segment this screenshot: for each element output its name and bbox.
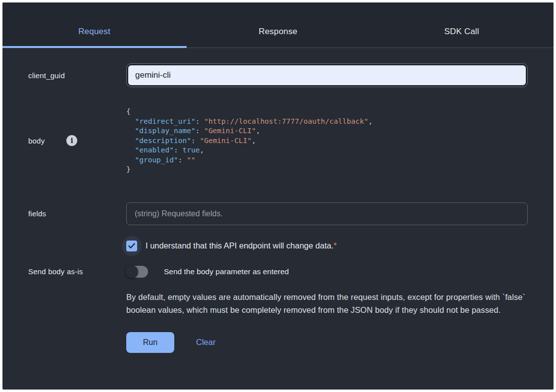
body-row: body i { "redirect_uri": "http://localho… (28, 99, 528, 183)
checkmark-icon (128, 243, 135, 249)
toggle-thumb (125, 265, 138, 278)
client-guid-input[interactable] (128, 65, 526, 85)
tab-bar: Request Response SDK Call (2, 2, 554, 48)
request-form: client_guid body i { "redirect_uri": "ht… (2, 63, 554, 353)
fields-label: fields (28, 209, 126, 218)
confirm-label: I understand that this API endpoint will… (146, 241, 334, 250)
send-body-label: Send body as-is (28, 267, 126, 276)
run-button[interactable]: Run (126, 332, 174, 353)
confirm-row: I understand that this API endpoint will… (28, 236, 528, 256)
active-tab-indicator (2, 46, 187, 48)
client-guid-focus-ring (126, 63, 528, 87)
clear-button[interactable]: Clear (196, 338, 215, 347)
client-guid-row: client_guid (28, 63, 528, 87)
tab-request[interactable]: Request (2, 15, 186, 48)
checkbox-checked-icon (126, 241, 137, 251)
page: Request Response SDK Call client_guid bo… (0, 0, 556, 392)
required-asterisk: * (334, 241, 337, 250)
info-icon[interactable]: i (66, 135, 77, 146)
tab-sdk-call[interactable]: SDK Call (370, 15, 554, 48)
action-bar: Run Clear (126, 332, 528, 353)
confirm-checkbox[interactable] (122, 236, 142, 256)
send-body-row: Send body as-is Send the body parameter … (28, 266, 528, 278)
fields-input[interactable] (126, 202, 528, 225)
send-body-toggle[interactable] (126, 266, 148, 278)
body-code[interactable]: { "redirect_uri": "http://localhost:7777… (126, 99, 528, 183)
body-label: body (28, 137, 45, 145)
tab-response[interactable]: Response (186, 15, 370, 48)
fields-row: fields (28, 202, 528, 225)
api-explorer-panel: Request Response SDK Call client_guid bo… (2, 2, 554, 390)
client-guid-label: client_guid (28, 71, 126, 80)
empty-values-note: By default, empty values are automatical… (126, 291, 528, 316)
send-body-caption: Send the body parameter as entered (164, 267, 289, 276)
